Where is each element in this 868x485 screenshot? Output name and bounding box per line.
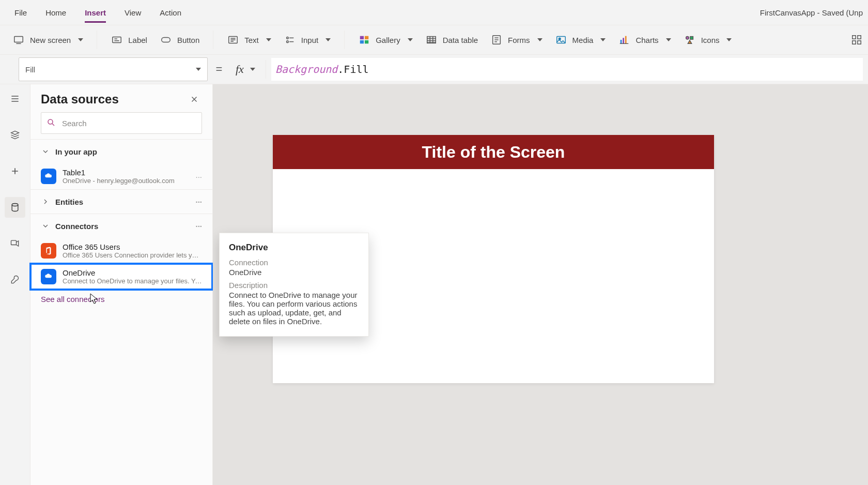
insert-ribbon: New screen Label Button Text [0,25,868,55]
connector-tooltip: OneDrive Connection OneDrive Description… [219,233,369,337]
svg-rect-24 [11,240,17,245]
svg-rect-6 [360,36,364,39]
office-icon [41,243,56,259]
search-icon [47,118,56,129]
icons-dropdown[interactable]: Icons [677,29,738,50]
connector-title: OneDrive [63,268,202,277]
text-dropdown[interactable]: Text [221,29,277,50]
menu-home-label: Home [45,8,66,17]
svg-rect-1 [113,37,121,43]
formula-object: Background [275,63,337,75]
connector-onedrive[interactable]: OneDrive Connect to OneDrive to manage y… [30,264,212,290]
svg-rect-2 [162,37,171,42]
more-icon[interactable]: ··· [195,222,202,231]
button-button[interactable]: Button [153,29,206,50]
label-button[interactable]: Label [104,29,153,50]
more-icon[interactable]: ··· [195,198,202,206]
rail-data[interactable] [5,197,25,218]
tooltip-connection-label: Connection [229,258,359,267]
canvas-area: Title of the Screen OneDrive Connection … [213,84,868,485]
svg-rect-16 [625,36,627,44]
panel-title: Data sources [41,92,119,107]
text-icon [227,34,239,46]
left-rail [0,84,30,485]
gallery-dropdown[interactable]: Gallery [352,29,419,50]
new-screen-label: New screen [30,36,71,44]
onedrive-icon [41,269,56,284]
see-all-connectors-link[interactable]: See all connectors [30,290,212,313]
forms-dropdown[interactable]: Forms [484,29,549,50]
search-box[interactable] [41,112,202,134]
property-select[interactable]: Fill [19,57,208,81]
input-dropdown[interactable]: Input [277,29,337,50]
forms-icon [490,34,503,46]
onedrive-icon [41,169,56,184]
forms-label: Forms [508,36,530,44]
datasource-table1[interactable]: Table1 OneDrive - henry.legge@outlook.co… [30,163,212,189]
menu-insert[interactable]: Insert [75,0,115,25]
rail-advanced-tools[interactable] [5,269,25,290]
search-input[interactable] [61,118,196,128]
charts-dropdown[interactable]: Charts [612,29,677,50]
app-title-text: FirstCanvasApp - Saved (Unp [760,8,863,17]
connector-sub: Office 365 Users Connection provider let… [63,251,202,259]
media-dropdown[interactable]: Media [549,29,612,50]
chevron-down-icon [266,38,271,41]
icons-label: Icons [701,36,720,44]
rail-tree-view[interactable] [5,125,25,145]
new-screen-button[interactable]: New screen [6,29,89,50]
more-icon[interactable]: ··· [195,172,202,181]
section-entities-label: Entities [55,198,83,206]
svg-point-5 [286,41,288,43]
svg-point-4 [286,37,288,39]
fx-icon[interactable]: fx [230,63,260,76]
datatable-label: Data table [443,36,478,44]
label-icon [111,34,123,46]
chevron-down-icon [41,221,50,231]
tooltip-description-label: Description [229,281,359,290]
menu-home[interactable]: Home [36,0,75,25]
svg-rect-19 [853,36,856,39]
chevron-down-icon [600,38,606,41]
section-entities[interactable]: Entities ··· [30,190,212,214]
rail-insert[interactable] [5,161,25,181]
chevron-down-icon [408,38,413,41]
connector-office365-users[interactable]: Office 365 Users Office 365 Users Connec… [30,238,212,264]
menu-file[interactable]: File [5,0,36,25]
chevron-down-icon [666,38,671,41]
icons-icon [684,34,696,46]
panel-close-button[interactable] [187,92,202,107]
top-menu-bar: File Home Insert View Action FirstCanvas… [0,0,868,25]
menu-file-label: File [14,8,27,17]
svg-point-17 [686,37,689,40]
tooltip-connection-value: OneDrive [229,268,359,277]
charts-icon [618,34,630,46]
chevron-down-icon [726,38,732,41]
section-in-your-app[interactable]: In your app [30,140,212,163]
svg-rect-18 [690,37,693,40]
datatable-button[interactable]: Data table [419,29,484,50]
main-area: Data sources In your app [0,84,868,485]
separator [266,60,266,79]
equals-sign: = [208,63,230,76]
menu-action[interactable]: Action [150,0,191,25]
svg-rect-7 [365,36,368,39]
tooltip-title: OneDrive [229,242,359,253]
chevron-right-icon [41,197,50,206]
text-label: Text [244,36,259,44]
rail-media[interactable] [5,233,25,254]
media-label: Media [572,36,594,44]
datasource-sub: OneDrive - henry.legge@outlook.com [63,177,189,185]
section-connectors[interactable]: Connectors ··· [30,214,212,238]
chevron-down-icon [41,147,50,156]
rail-hamburger[interactable] [5,88,25,109]
datasource-name: Table1 [63,168,189,177]
datatable-icon [425,34,438,46]
menu-action-label: Action [160,8,181,17]
media-icon [555,34,567,46]
menu-view[interactable]: View [115,0,150,25]
svg-rect-22 [858,41,861,44]
formula-input[interactable]: Background.Fill [271,58,863,81]
ribbon-more-icon[interactable] [850,34,863,46]
chevron-down-icon [326,38,331,41]
